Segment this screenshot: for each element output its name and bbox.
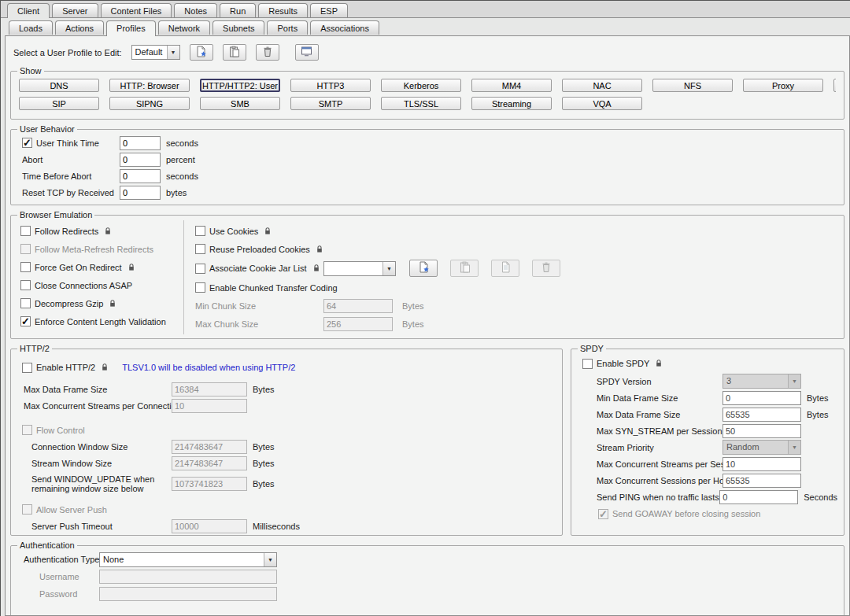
auth-type-select[interactable]: None ▼: [99, 552, 277, 567]
spdy-ping-input[interactable]: [719, 490, 798, 504]
show-group: Show DNS HTTP: Browser HTTP/HTTP2: User …: [10, 66, 844, 120]
tab-ports[interactable]: Ports: [267, 20, 308, 35]
flow-control-label: Flow Control: [36, 426, 85, 435]
show-button-http-browser[interactable]: HTTP: Browser: [109, 79, 190, 92]
profile-select[interactable]: Default ▼: [131, 45, 180, 60]
chevron-down-icon: ▼: [264, 553, 276, 566]
show-button-sipng[interactable]: SIPNG: [109, 97, 190, 110]
tab-subnets[interactable]: Subnets: [213, 20, 264, 35]
max-chunk-row: Max Chunk Size Bytes: [195, 315, 837, 333]
cookie-jar-select[interactable]: ▼: [323, 261, 396, 276]
window-update-row: Send WINDOW_UPDATE when remaining window…: [17, 471, 556, 496]
show-button-streaming[interactable]: Streaming: [471, 97, 552, 110]
tab-network[interactable]: Network: [158, 20, 210, 35]
show-button-nac[interactable]: NAC: [562, 79, 642, 92]
force-get-label: Force Get On Redirect: [35, 263, 122, 272]
min-chunk-input: [323, 299, 393, 313]
tab-actions[interactable]: Actions: [55, 20, 104, 35]
chunked-coding-checkbox[interactable]: [195, 282, 205, 293]
force-get-checkbox[interactable]: [20, 262, 31, 272]
show-button-http3[interactable]: HTTP3: [290, 79, 371, 92]
properties-profile-button[interactable]: [295, 44, 319, 61]
show-button-http-http2-user[interactable]: HTTP/HTTP2: User: [200, 79, 280, 92]
tab-profiles[interactable]: Profiles: [106, 20, 156, 36]
show-button-smb[interactable]: SMB: [200, 97, 280, 110]
tab-esp[interactable]: ESP: [310, 3, 348, 17]
clipboard-icon: [459, 261, 471, 275]
abort-label: Abort: [22, 155, 42, 164]
stream-window-row: Stream Window Size Bytes: [17, 455, 556, 471]
enable-http2-checkbox[interactable]: [22, 363, 32, 373]
copy-profile-button[interactable]: [223, 44, 246, 61]
time-before-abort-input[interactable]: [120, 169, 161, 183]
decompress-gzip-label: Decompress Gzip: [35, 299, 103, 308]
http2-max-frame-row: Max Data Frame Size Bytes: [17, 381, 556, 397]
tab-results[interactable]: Results: [258, 3, 308, 17]
tab-loads[interactable]: Loads: [9, 20, 53, 35]
show-button-kerberos[interactable]: Kerberos: [381, 79, 461, 92]
spdy-min-frame-input[interactable]: [722, 391, 801, 405]
connection-window-label: Connection Window Size: [17, 442, 172, 452]
show-button-sip[interactable]: SIP: [19, 97, 99, 110]
paste-cookie-jar-button: [450, 260, 479, 277]
enforce-length-checkbox[interactable]: [20, 316, 31, 326]
new-profile-button[interactable]: [190, 44, 213, 61]
enforce-length-row: Enforce Content Length Validation: [20, 312, 183, 330]
spdy-version-label: SPDY Version: [578, 377, 722, 386]
show-button-proxy[interactable]: Proxy: [743, 79, 823, 92]
reset-tcp-label: Reset TCP by Received: [22, 188, 114, 197]
use-cookies-checkbox[interactable]: [195, 226, 205, 236]
delete-profile-button[interactable]: [256, 44, 279, 61]
time-before-abort-unit: seconds: [166, 172, 198, 181]
main-tabbar: Client Server Content Files Notes Run Re…: [1, 1, 850, 17]
reset-tcp-input[interactable]: [120, 186, 161, 200]
user-think-time-input[interactable]: [120, 136, 161, 150]
max-chunk-label: Max Chunk Size: [195, 319, 258, 329]
browser-emulation-legend: Browser Emulation: [17, 210, 94, 219]
follow-redirects-checkbox[interactable]: [20, 226, 31, 236]
spdy-max-streams-label: Max Concurrent Streams per Session: [578, 459, 722, 469]
show-button-nfs[interactable]: NFS: [652, 79, 733, 92]
tab-content-files[interactable]: Content Files: [101, 3, 172, 17]
show-button-mm4[interactable]: MM4: [471, 79, 552, 92]
max-chunk-input: [323, 317, 393, 331]
tab-server[interactable]: Server: [52, 3, 98, 17]
delete-cookie-jar-button: [532, 260, 560, 277]
spdy-max-streams-input[interactable]: [722, 457, 801, 471]
show-button-tls-ssl[interactable]: TLS/SSL: [381, 97, 461, 110]
user-think-time-checkbox[interactable]: [22, 138, 32, 148]
reuse-cookies-checkbox[interactable]: [195, 244, 205, 254]
spdy-max-sessions-row: Max Concurrent Sessions per Host: [578, 472, 837, 489]
show-button-smtp[interactable]: SMTP: [290, 97, 371, 110]
new-cookie-jar-button[interactable]: [409, 260, 438, 277]
spdy-max-syn-input[interactable]: [722, 424, 801, 438]
profile-select-label: Select a User Profile to Edit:: [13, 48, 122, 57]
server-push-row: Allow Server Push: [17, 501, 556, 518]
cookie-jar-label: Associate Cookie Jar List: [209, 264, 307, 273]
lock-icon: [656, 360, 662, 367]
abort-unit: percent: [166, 155, 195, 164]
spdy-version-row: SPDY Version 3 ▼: [578, 373, 837, 389]
spdy-max-sessions-input[interactable]: [722, 474, 801, 488]
spdy-goaway-row: Send GOAWAY before closing session: [578, 505, 837, 522]
tab-run[interactable]: Run: [220, 3, 256, 17]
show-button-clipped[interactable]: [833, 79, 836, 92]
connection-window-row: Connection Window Size Bytes: [17, 438, 556, 455]
decompress-gzip-checkbox[interactable]: [20, 298, 31, 308]
abort-input[interactable]: [120, 153, 161, 167]
tab-associations[interactable]: Associations: [310, 20, 379, 35]
lock-icon: [264, 227, 271, 235]
flow-control-checkbox: [22, 425, 32, 435]
authentication-legend: Authentication: [17, 540, 77, 550]
show-button-dns[interactable]: DNS: [19, 79, 99, 92]
close-connections-checkbox[interactable]: [20, 280, 31, 290]
cookie-jar-checkbox[interactable]: [195, 264, 205, 274]
show-row-1: DNS HTTP: Browser HTTP/HTTP2: User HTTP3…: [19, 79, 836, 92]
server-push-label: Allow Server Push: [36, 505, 107, 515]
proxy-auth-row: Proxy Authentication: [17, 612, 837, 616]
show-button-vqa[interactable]: VQA: [562, 97, 642, 110]
tab-client[interactable]: Client: [7, 3, 50, 18]
enable-spdy-checkbox[interactable]: [582, 359, 593, 369]
tab-notes[interactable]: Notes: [174, 3, 217, 17]
spdy-max-frame-input[interactable]: [722, 408, 801, 422]
